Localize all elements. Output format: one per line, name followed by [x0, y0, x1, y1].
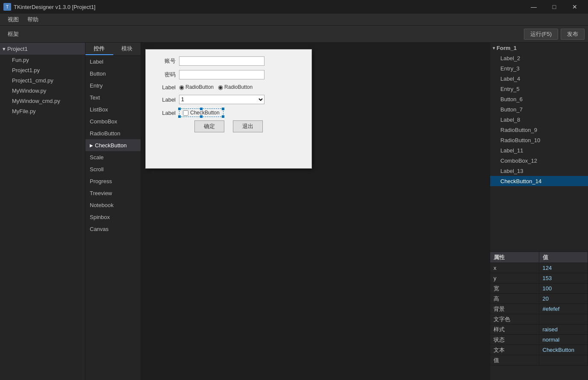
widget-label[interactable]: Label	[85, 56, 141, 67]
file-panel: ▾ Project1 Fun.py Project1.py Project1_c…	[0, 43, 85, 380]
tree-root[interactable]: ▾ Form_1	[490, 43, 588, 53]
widget-canvas[interactable]: Canvas	[85, 223, 141, 235]
file-item[interactable]: MyFile.py	[0, 106, 85, 116]
props-row-y[interactable]: y 153	[490, 273, 588, 284]
prop-key-fgcolor: 文字色	[490, 314, 539, 324]
widget-text[interactable]: Text	[85, 91, 141, 103]
prop-val-fgcolor	[539, 314, 588, 324]
widget-tabs: 控件 模块	[85, 43, 141, 56]
account-input[interactable]	[179, 56, 265, 66]
widget-notebook[interactable]: Notebook	[85, 199, 141, 211]
tree-item-label11[interactable]: Label_11	[490, 145, 588, 155]
props-row-value[interactable]: 值	[490, 355, 588, 365]
tree-item-label4[interactable]: Label_4	[490, 73, 588, 84]
check-row: Label CheckButton	[146, 108, 312, 117]
prop-key-height: 高	[490, 294, 539, 304]
radio-icon-1: ◉	[179, 84, 184, 91]
combo-select[interactable]: 1	[179, 95, 265, 104]
prop-val-text: CheckButton	[539, 345, 588, 355]
widget-button[interactable]: Button	[85, 67, 141, 79]
radio-btn-1[interactable]: ◉ RadioButton	[179, 84, 214, 91]
widget-progress[interactable]: Progress	[85, 175, 141, 187]
checkbutton-text: CheckButton	[190, 110, 220, 116]
handle-tm	[200, 108, 203, 110]
tree-item-button6[interactable]: Button_6	[490, 94, 588, 104]
exit-button[interactable]: 退出	[233, 120, 263, 132]
tree-item-checkbutton14[interactable]: CheckButton_14	[490, 176, 588, 186]
tree-item-label8[interactable]: Label_8	[490, 114, 588, 125]
file-item[interactable]: Fun.py	[0, 55, 85, 65]
prop-key-width: 宽	[490, 284, 539, 293]
project-header[interactable]: ▾ Project1	[0, 43, 85, 55]
tree-item-label13[interactable]: Label_13	[490, 166, 588, 176]
tree-item-radio10[interactable]: RadioButton_10	[490, 135, 588, 145]
file-item[interactable]: MyWindow.py	[0, 85, 85, 96]
props-row-height[interactable]: 高 20	[490, 294, 588, 304]
prop-val-width: 100	[539, 284, 588, 293]
checkbutton-label[interactable]: CheckButton	[183, 110, 220, 116]
minimize-button[interactable]: —	[524, 0, 544, 14]
props-row-text[interactable]: 文本 CheckButton	[490, 345, 588, 355]
combo-row: Label 1	[146, 95, 312, 104]
radio-label-1: RadioButton	[185, 84, 214, 90]
tree-item-combobox12[interactable]: ComboBox_12	[490, 155, 588, 166]
props-row-bg[interactable]: 背景 #efefef	[490, 304, 588, 314]
tree-item-entry5[interactable]: Entry_5	[490, 84, 588, 94]
publish-button[interactable]: 发布	[561, 29, 585, 40]
tree-item-radio9[interactable]: RadioButton_9	[490, 125, 588, 135]
props-row-width[interactable]: 宽 100	[490, 284, 588, 294]
radio-label-2: RadioButton	[224, 84, 253, 90]
form-tree: ▾ Form_1 Label_2 Entry_3 Label_4 Entry_5…	[490, 43, 588, 252]
tree-item-label2[interactable]: Label_2	[490, 53, 588, 63]
checkbutton-container: CheckButton	[179, 108, 223, 117]
label-radio: Label	[150, 84, 176, 91]
password-input[interactable]	[179, 70, 265, 79]
radio-btn-2[interactable]: ◉ RadioButton	[218, 84, 253, 91]
tree-root-label: Form_1	[497, 45, 517, 51]
account-row: 账号	[146, 56, 312, 66]
widget-spinbox[interactable]: Spinbox	[85, 211, 141, 223]
widget-combobox[interactable]: ComboBox	[85, 115, 141, 127]
props-row-style[interactable]: 样式 raised	[490, 324, 588, 335]
widget-panel: 控件 模块 Label Button Entry Text ListBox Co…	[85, 43, 141, 380]
prop-key-y: y	[490, 273, 539, 283]
password-label: 密码	[150, 71, 176, 79]
confirm-button[interactable]: 确定	[194, 120, 224, 132]
canvas-area[interactable]: 账号 密码 Label ◉ RadioButton ◉ RadioB	[141, 43, 490, 380]
run-button[interactable]: 运行(F5)	[524, 29, 558, 40]
widget-listbox[interactable]: ListBox	[85, 103, 141, 115]
form-buttons: 确定 退出	[146, 120, 312, 132]
file-item[interactable]: Project1_cmd.py	[0, 75, 85, 85]
widget-treeview[interactable]: Treeview	[85, 187, 141, 199]
tab-controls[interactable]: 控件	[85, 43, 113, 55]
prop-val-value	[539, 355, 588, 365]
file-item[interactable]: Project1.py	[0, 65, 85, 75]
arrow-icon: ▶	[90, 143, 93, 148]
maximize-button[interactable]: □	[544, 0, 564, 14]
tree-item-button7[interactable]: Button_7	[490, 104, 588, 114]
tree-item-entry3[interactable]: Entry_3	[490, 63, 588, 73]
widget-checkbutton[interactable]: ▶ CheckButton	[85, 139, 141, 151]
account-label: 账号	[150, 57, 176, 65]
widget-radiobutton[interactable]: RadioButton	[85, 127, 141, 139]
props-header-key: 属性	[490, 252, 539, 263]
checkbutton-input[interactable]	[183, 110, 188, 116]
widget-scroll[interactable]: Scroll	[85, 163, 141, 175]
prop-key-x: x	[490, 263, 539, 273]
project-arrow: ▾	[3, 46, 6, 52]
props-row-state[interactable]: 状态 normal	[490, 335, 588, 345]
prop-key-value: 值	[490, 355, 539, 365]
prop-key-bg: 背景	[490, 304, 539, 314]
props-header: 属性 值	[490, 252, 588, 263]
menu-help[interactable]: 帮助	[23, 14, 43, 25]
props-row-fgcolor[interactable]: 文字色	[490, 314, 588, 324]
project-name: Project1	[7, 46, 28, 52]
menu-view[interactable]: 视图	[3, 14, 23, 25]
widget-entry[interactable]: Entry	[85, 79, 141, 91]
file-item[interactable]: MyWindow_cmd.py	[0, 96, 85, 106]
widget-scale[interactable]: Scale	[85, 151, 141, 163]
widget-list: Label Button Entry Text ListBox ComboBox…	[85, 56, 141, 380]
tab-modules[interactable]: 模块	[113, 43, 141, 55]
close-button[interactable]: ✕	[565, 0, 585, 14]
props-row-x[interactable]: x 124	[490, 263, 588, 273]
